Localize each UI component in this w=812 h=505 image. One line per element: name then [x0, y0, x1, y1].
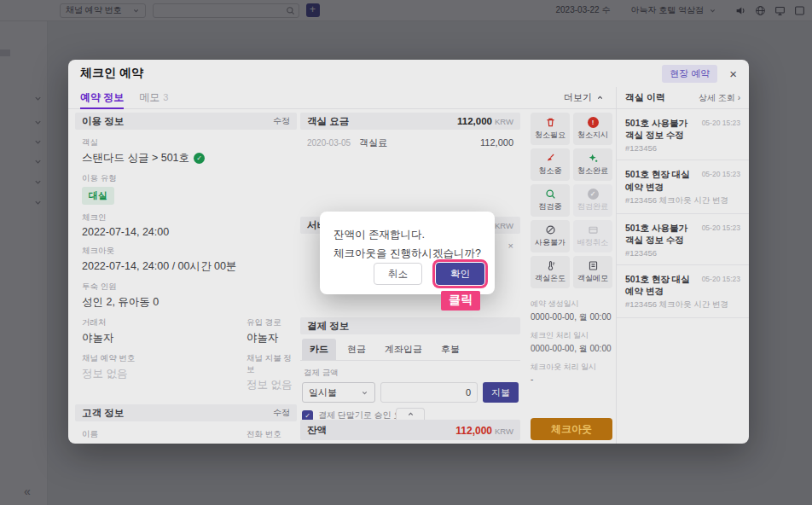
- dialog-message-line1: 잔액이 존재합니다.: [334, 226, 481, 245]
- dialog-message-line2: 체크아웃을 진행하시겠습니까?: [334, 245, 481, 264]
- click-annotation-badge: 클릭: [441, 291, 480, 311]
- dialog-cancel-button[interactable]: 취소: [374, 263, 422, 285]
- dialog-confirm-button[interactable]: 확인: [436, 263, 484, 285]
- checkout-confirm-dialog: 잔액이 존재합니다. 체크아웃을 진행하시겠습니까? 취소 확인: [320, 212, 495, 294]
